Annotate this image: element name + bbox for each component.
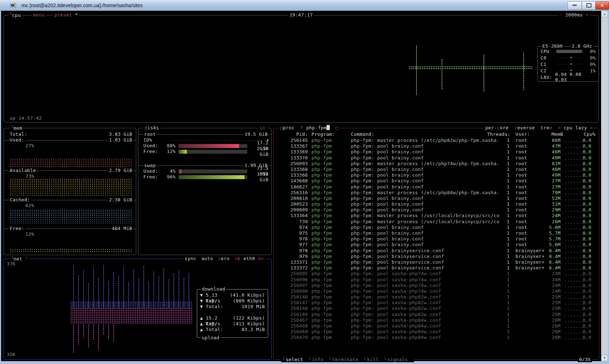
cell-mem: 26M (539, 329, 561, 335)
table-row[interactable]: 256095 php-fpm php-fpm: pool sasha-php74… (274, 271, 599, 277)
table-row[interactable]: 976 php-fpm php-fpm: pool brainy.conf 1 … (274, 236, 599, 242)
col-program[interactable]: Program: (311, 131, 347, 137)
scroll-up-button[interactable]: ▲ (601, 11, 608, 17)
scrollbar[interactable]: ▲ ▼ (601, 11, 608, 361)
terminate-button[interactable]: terminate (329, 357, 358, 362)
table-row[interactable]: 133372 php-fpm php-fpm: pool brainyservi… (274, 265, 599, 271)
table-row[interactable]: 256469 php-fpm php-fpm: pool sasha-php84… (274, 329, 599, 335)
cell-cpu: 0.0 (574, 143, 591, 149)
cell-program: php-fpm (311, 149, 347, 155)
net-toggle-sync[interactable]: sync (185, 256, 196, 261)
menu-button[interactable]: menu (32, 12, 46, 18)
cpu-model: E5-2680 (541, 43, 564, 49)
cell-pid: 256093 (277, 161, 308, 167)
table-row[interactable]: 133368 php-fpm php-fpm: pool brainy.conf… (274, 167, 599, 172)
table-row[interactable]: 200523 php-fpm php-fpm: pool brainy.conf… (274, 201, 599, 207)
cell-command: php-fpm: pool brainy.conf (351, 149, 505, 155)
table-row[interactable]: 256467 php-fpm php-fpm: pool sasha-php84… (274, 317, 599, 323)
mem-free-graph (10, 249, 133, 253)
proc-option-reverse[interactable]: reverse (514, 125, 535, 130)
filter-input[interactable]: php-fpm (306, 125, 330, 130)
cell-program: php-fpm (311, 312, 347, 317)
cell-threads: 1 (489, 312, 510, 317)
col-pid[interactable]: Pid: (277, 131, 308, 137)
table-row[interactable]: 256147 php-fpm php-fpm: pool sasha-php82… (274, 300, 599, 306)
table-row[interactable]: 256148 php-fpm php-fpm: pool sasha-php82… (274, 306, 599, 311)
iface-next-button[interactable]: n> (258, 256, 264, 261)
table-row[interactable]: 133367 php-fpm php-fpm: pool brainy.conf… (274, 143, 599, 149)
col-command[interactable]: Command: (351, 131, 374, 137)
table-row[interactable]: 975 php-fpm php-fpm: pool brainy.conf 1 … (274, 230, 599, 236)
table-row[interactable]: 133370 php-fpm php-fpm: pool brainy.conf… (274, 155, 599, 161)
table-row[interactable]: 256098 php-fpm php-fpm: pool sasha-php74… (274, 288, 599, 294)
select-button[interactable]: select (282, 357, 303, 362)
sort-selector[interactable]: < cpu lazy > (558, 125, 593, 130)
table-row[interactable]: 256145 php-fpm php-fpm: master process (… (274, 138, 599, 143)
table-row[interactable]: 256149 php-fpm php-fpm: pool sasha-php82… (274, 312, 599, 317)
table-row[interactable]: 133369 php-fpm php-fpm: pool brainy.conf… (274, 149, 599, 155)
signals-button[interactable]: signals (384, 357, 408, 362)
sort-prev-button[interactable]: < (558, 125, 561, 130)
table-row[interactable]: 146627 php-fpm php-fpm: pool brainy.conf… (274, 184, 599, 190)
cell-command: php-fpm: pool sasha-php74w.conf (351, 271, 505, 277)
net-toggle-zero[interactable]: zero (218, 256, 230, 261)
close-button[interactable]: × (595, 1, 609, 10)
col-mem[interactable]: MemB (541, 131, 563, 137)
interval-minus-button[interactable]: - (560, 12, 562, 18)
interval-plus-button[interactable]: + (586, 12, 589, 18)
cell-threads: 1 (489, 236, 510, 242)
table-row[interactable]: 256096 php-fpm php-fpm: pool sasha-php74… (274, 277, 599, 283)
table-row[interactable]: 133364 php-fpm php-fpm: master process (… (274, 213, 599, 219)
proc-option-tree[interactable]: tree (541, 125, 552, 130)
table-row[interactable]: 256093 php-fpm php-fpm: master process (… (274, 161, 599, 167)
filter-key[interactable]: f (300, 125, 303, 130)
table-row[interactable]: 739 php-fpm php-fpm: master process (/us… (274, 219, 599, 225)
table-row[interactable]: 256097 php-fpm php-fpm: pool sasha-php74… (274, 283, 599, 288)
iface-prev-button[interactable]: <b (235, 256, 241, 261)
cell-pid: 256096 (277, 277, 308, 283)
preset-button[interactable]: preset * (53, 12, 79, 18)
table-row[interactable]: 143688 php-fpm php-fpm: pool brainy.conf… (274, 178, 599, 184)
table-row[interactable]: 979 php-fpm php-fpm: pool brainyservice.… (274, 254, 599, 259)
table-row[interactable]: 200809 php-fpm php-fpm: pool brainy.conf… (274, 207, 599, 213)
table-row[interactable]: 256316 php-fpm php-fpm: master process (… (274, 190, 599, 196)
disks-io-toggle[interactable]: io (258, 125, 266, 130)
table-row[interactable]: 133366 php-fpm php-fpm: pool brainy.conf… (274, 172, 599, 178)
table-row[interactable]: 974 php-fpm php-fpm: pool brainy.conf 1 … (274, 225, 599, 230)
core-meter (556, 70, 582, 71)
table-row[interactable]: 200810 php-fpm php-fpm: pool brainy.conf… (274, 196, 599, 201)
col-cpu[interactable]: Cpu% (575, 131, 595, 137)
filter-close-button[interactable]: □ (336, 125, 338, 130)
cell-threads: 1 (489, 196, 510, 201)
maximize-button[interactable] (582, 1, 596, 10)
interface-switcher[interactable]: <b eth0 n> (235, 256, 264, 261)
kill-button[interactable]: kill (363, 357, 379, 362)
cell-cpu: 0.0 (574, 259, 591, 265)
cell-program: php-fpm (311, 201, 347, 207)
table-row[interactable]: 256146 php-fpm php-fpm: pool sasha-php82… (274, 294, 599, 300)
cell-mem: 25M (539, 294, 561, 300)
cell-cpu: 0.0 (574, 254, 591, 259)
cell-threads: 1 (489, 138, 510, 143)
close-icon: × (601, 3, 604, 8)
table-row[interactable]: 133371 php-fpm php-fpm: pool brainyservi… (274, 259, 599, 265)
info-button[interactable]: info (308, 357, 324, 362)
table-row[interactable]: 977 php-fpm php-fpm: pool brainy.conf 1 … (274, 242, 599, 248)
cell-mem: 24M (539, 277, 561, 283)
cell-cpu: 0.0 (574, 196, 591, 201)
minimize-button[interactable] (567, 1, 582, 10)
table-row[interactable]: 978 php-fpm php-fpm: pool brainyservice.… (274, 248, 599, 254)
table-row[interactable]: 256468 php-fpm php-fpm: pool sasha-php84… (274, 323, 599, 329)
cell-command: php-fpm: master process (/usr/local/brai… (351, 219, 505, 225)
sort-next-button[interactable]: > (590, 125, 593, 130)
cell-pid: 200523 (277, 201, 308, 207)
cell-program: php-fpm (311, 143, 347, 149)
proc-option-per-core[interactable]: per-core (485, 125, 509, 130)
scroll-down-button[interactable]: ▼ (601, 355, 608, 361)
table-row[interactable]: 256470 php-fpm php-fpm: pool sasha-php84… (274, 335, 599, 340)
graph-spike (138, 278, 139, 308)
net-toggle-auto[interactable]: auto (201, 256, 213, 261)
col-threads[interactable]: Threads: (480, 131, 510, 137)
used-meter (179, 169, 247, 173)
cell-pid: 256149 (277, 312, 308, 317)
